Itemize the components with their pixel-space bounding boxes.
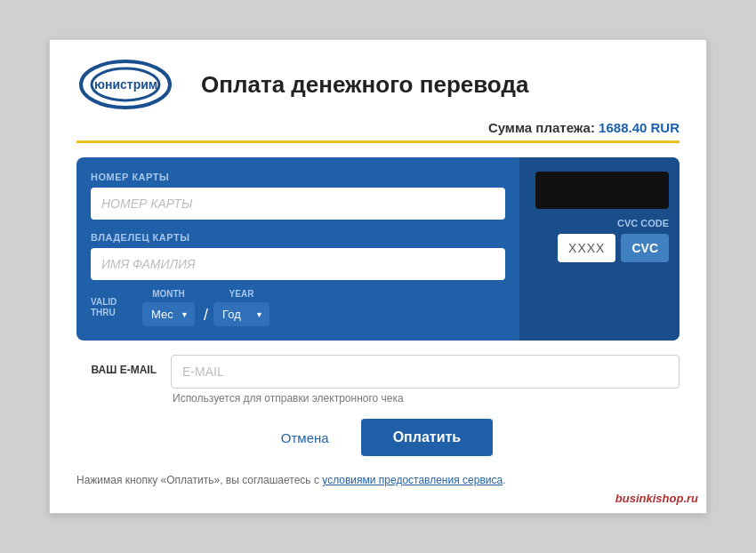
cardholder-input[interactable]: [91, 248, 505, 280]
footer-link[interactable]: условиями предоставления сервиса: [322, 474, 503, 486]
year-sublabel: YEAR: [229, 289, 254, 299]
cvc-section: CVC CODE XXXX CVC: [530, 218, 669, 262]
pay-button[interactable]: Оплатить: [361, 419, 494, 456]
card-form-right: CVC CODE XXXX CVC: [519, 157, 680, 341]
cancel-button[interactable]: Отмена: [263, 419, 347, 456]
month-col: MONTH Мес 010203 040506 070809 101112: [142, 289, 195, 326]
page-title: Оплата денежного перевода: [201, 71, 528, 99]
year-select[interactable]: Год 202420252026 202720282029 2030: [213, 302, 269, 326]
footer-text-after: .: [503, 474, 505, 486]
date-separator: /: [204, 306, 208, 325]
watermark: businkishop.ru: [615, 492, 698, 505]
email-section: ВАШ E-MAIL Используется для отправки эле…: [76, 355, 680, 405]
footer-text-before: Нажимая кнопку «Оплатить», вы соглашаете…: [76, 474, 322, 486]
card-form-left: НОМЕР КАРТЫ ВЛАДЕЛЕЦ КАРТЫ VALIDTHRU MON…: [76, 157, 519, 341]
valid-thru-row: VALIDTHRU MONTH Мес 010203 040506 070809…: [91, 289, 505, 326]
card-form: НОМЕР КАРТЫ ВЛАДЕЛЕЦ КАРТЫ VALIDTHRU MON…: [76, 157, 680, 341]
month-select[interactable]: Мес 010203 040506 070809 101112: [142, 302, 195, 326]
svg-text:юнистрим: юнистрим: [94, 77, 157, 92]
yellow-divider: [76, 140, 680, 143]
logo: юнистрим: [76, 58, 183, 111]
cvc-xxxx: XXXX: [558, 234, 615, 262]
amount-label: Сумма платежа:: [488, 120, 595, 135]
card-number-label: НОМЕР КАРТЫ: [91, 172, 505, 182]
valid-thru-label: VALIDTHRU: [91, 297, 135, 318]
month-sublabel: MONTH: [152, 289, 185, 299]
year-col: YEAR Год 202420252026 202720282029 2030: [213, 289, 269, 326]
email-hint: Используется для отправки электронного ч…: [171, 392, 680, 405]
card-number-input[interactable]: [91, 188, 505, 220]
footer-text: Нажимая кнопку «Оплатить», вы соглашаете…: [76, 474, 680, 486]
cvc-row: XXXX CVC: [558, 234, 669, 262]
card-visual: [535, 172, 669, 209]
page-header: юнистрим Оплата денежного перевода: [76, 58, 680, 111]
email-field-wrapper: Используется для отправки электронного ч…: [171, 355, 680, 405]
cvc-button[interactable]: CVC: [621, 234, 669, 262]
cardholder-label: ВЛАДЕЛЕЦ КАРТЫ: [91, 232, 505, 243]
month-select-wrapper: Мес 010203 040506 070809 101112: [142, 302, 195, 326]
cvc-label: CVC CODE: [617, 218, 669, 228]
email-input[interactable]: [171, 355, 680, 389]
email-label: ВАШ E-MAIL: [76, 355, 157, 376]
amount-line: Сумма платежа: 1688.40 RUR: [76, 120, 680, 135]
amount-value: 1688.40 RUR: [599, 120, 680, 135]
year-select-wrapper: Год 202420252026 202720282029 2030: [213, 302, 269, 326]
buttons-row: Отмена Оплатить: [76, 419, 680, 456]
